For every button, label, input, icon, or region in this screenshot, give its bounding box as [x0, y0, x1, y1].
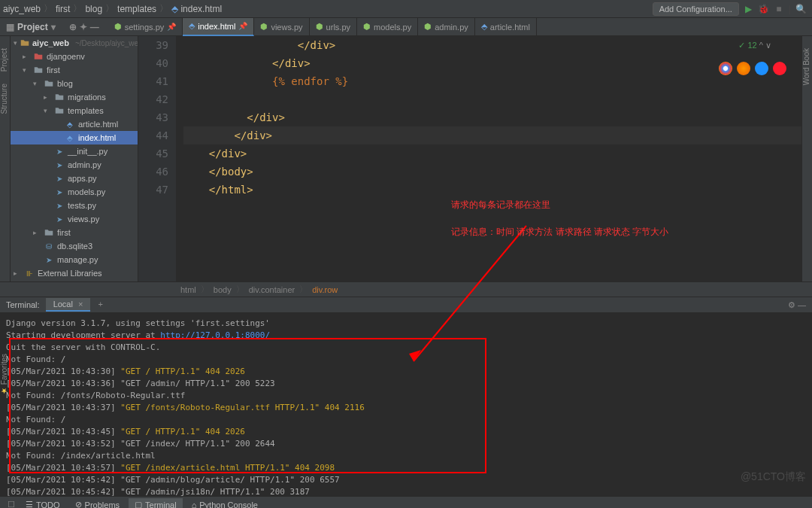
crumb-item[interactable]: blog [85, 4, 102, 14]
breadcrumb-item[interactable]: body [214, 285, 232, 294]
terminal-line: Not Found: / [6, 354, 806, 366]
watermark: @51CTO博客 [741, 470, 806, 484]
editor-tab[interactable]: ⬘index.html📌 [183, 18, 254, 36]
favorites-tab[interactable]: ★ Favorites [0, 354, 8, 395]
editor-tab[interactable]: ⬢models.py [357, 18, 418, 36]
terminal-line: [05/Mar/2021 10:43:36] "GET /admin/ HTTP… [6, 378, 806, 390]
tree-item[interactable]: ▾blog [11, 77, 138, 90]
right-toolwindow-bar[interactable]: Word Book [801, 36, 812, 281]
crumb-item[interactable]: aiyc_web [3, 4, 41, 14]
terminal-tab-local[interactable]: Local × [46, 298, 91, 312]
debug-icon[interactable]: 🐞 [759, 4, 769, 14]
annotation-line-2: 记录信息：时间 请求方法 请求路径 请求状态 字节大小 [451, 226, 668, 239]
bottom-tab[interactable]: ▢Terminal [129, 498, 183, 508]
editor-tab[interactable]: ⬢admin.py [418, 18, 475, 36]
terminal-line: Starting development server at http://12… [6, 330, 806, 342]
tree-item[interactable]: ▾aiyc_web~/Desktop/aiyc_we [11, 36, 138, 50]
crumb-item[interactable]: first [56, 4, 70, 14]
breadcrumb-item[interactable]: div.container [249, 285, 295, 294]
server-url-link[interactable]: http://127.0.0.1:8000/ [160, 330, 270, 340]
terminal-line: [05/Mar/2021 10:43:52] "GET /index/ HTTP… [6, 438, 806, 450]
tab-row: ▦ Project ▾ ⊕ ✦ — ⬢settings.py📌⬘index.ht… [0, 18, 812, 36]
annotation-line-1: 请求的每条记录都在这里 [451, 199, 550, 211]
project-tree[interactable]: ▾aiyc_web~/Desktop/aiyc_we▸djangoenv▾fir… [11, 36, 138, 281]
tree-item[interactable]: ➤models.py [11, 185, 138, 199]
bottom-tab[interactable]: ☰TODO [20, 498, 66, 508]
tree-item[interactable]: ➤tests.py [11, 199, 138, 212]
tree-item[interactable]: ⬘article.html [11, 117, 138, 131]
tree-item[interactable]: ➤__init__.py [11, 144, 138, 158]
tree-item[interactable]: ⛁db.sqlite3 [11, 239, 138, 253]
tree-item[interactable]: ✎Scratches and Consoles [11, 280, 138, 281]
tree-item[interactable]: ▸⊪External Libraries [11, 266, 138, 280]
run-icon[interactable]: ▶ [744, 4, 754, 14]
bottom-tab[interactable]: ⌂Python Console [186, 499, 264, 509]
tree-item[interactable]: ▸djangoenv [11, 50, 138, 63]
tree-item[interactable]: ▾templates [11, 104, 138, 117]
terminal-line: [05/Mar/2021 10:45:42] "GET /admin/blog/… [6, 474, 806, 486]
terminal-output[interactable]: Django version 3.1.7, using settings 'fi… [0, 313, 812, 496]
terminal-line: Not Found: / [6, 414, 806, 426]
editor-tab[interactable]: ⬢urls.py [310, 18, 357, 36]
stop-icon[interactable]: ■ [774, 4, 784, 14]
terminal-header: Terminal: Local × + ⚙ — [0, 297, 812, 313]
editor-tab[interactable]: ⬘article.html [475, 18, 537, 36]
crumb-item[interactable]: ⬘ index.html [171, 4, 222, 14]
path-bar: aiyc_web〉first〉blog〉templates〉⬘ index.ht… [0, 0, 812, 18]
tree-item[interactable]: ▾first [11, 63, 138, 77]
terminal-line: Not Found: /index/article.html [6, 450, 806, 462]
warning-icon[interactable]: ☐ [6, 500, 17, 509]
terminal-line: [05/Mar/2021 10:45:42] "GET /admin/jsi18… [6, 486, 806, 498]
bottom-tab[interactable]: ⊘Problems [69, 498, 126, 508]
breadcrumb-item[interactable]: html [180, 285, 196, 294]
crumb-item[interactable]: templates [117, 4, 156, 14]
terminal-settings-icon[interactable]: ⚙ — [788, 300, 806, 310]
tree-item[interactable]: ➤views.py [11, 212, 138, 226]
terminal-line: Not Found: /fonts/Roboto-Regular.ttf [6, 390, 806, 402]
tree-item[interactable]: ▸first [11, 226, 138, 239]
left-toolwindow-bar[interactable]: Project Structure [0, 36, 11, 281]
editor-tab[interactable]: ⬢settings.py📌 [108, 18, 183, 36]
code-editor[interactable]: ✓ 12 ^ ∨ 394041424344454647 </div> </div… [138, 36, 801, 281]
editor-breadcrumb[interactable]: html〉body〉div.container〉div.row [0, 281, 812, 297]
tree-item[interactable]: ➤apps.py [11, 172, 138, 185]
editor-tab[interactable]: ⬢views.py [254, 18, 309, 36]
terminal-line: [05/Mar/2021 10:43:45] "GET / HTTP/1.1" … [6, 426, 806, 438]
tree-item[interactable]: ▸migrations [11, 90, 138, 104]
terminal-line: [05/Mar/2021 10:43:30] "GET / HTTP/1.1" … [6, 366, 806, 378]
tree-item[interactable]: ➤admin.py [11, 158, 138, 172]
breadcrumb-item[interactable]: div.row [312, 285, 338, 294]
terminal-add-tab[interactable]: + [92, 298, 108, 312]
terminal-line: [05/Mar/2021 10:43:57] "GET /index/artic… [6, 462, 806, 474]
search-icon[interactable]: 🔍 [795, 4, 806, 14]
terminal-line: Django version 3.1.7, using settings 'fi… [6, 318, 806, 330]
terminal-line: [05/Mar/2021 10:43:37] "GET /fonts/Robot… [6, 402, 806, 414]
add-configuration-button[interactable]: Add Configuration... [653, 2, 739, 16]
project-dropdown[interactable]: ▦ Project ▾ ⊕ ✦ — [0, 22, 105, 32]
terminal-line: Quit the server with CONTROL-C. [6, 342, 806, 354]
tree-item[interactable]: ➤manage.py [11, 253, 138, 266]
tree-item[interactable]: ⬘index.html [11, 131, 138, 144]
terminal-title: Terminal: [6, 300, 40, 309]
